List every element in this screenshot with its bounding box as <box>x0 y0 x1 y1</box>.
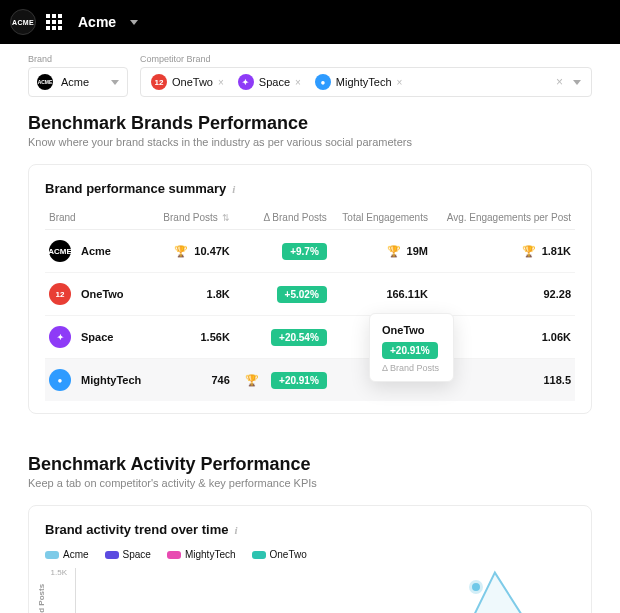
trophy-icon: 🏆 <box>387 245 401 257</box>
peak-marker-icon <box>469 580 483 594</box>
y-axis: 1.5K 1K 500 0 <box>45 568 71 613</box>
table-row[interactable]: ✦Space 1.56K +20.54% 1.66M 1.06K <box>45 316 575 359</box>
legend-item[interactable]: OneTwo <box>252 549 307 560</box>
col-brand[interactable]: Brand <box>45 206 153 230</box>
remove-icon[interactable]: × <box>295 77 301 88</box>
chevron-down-icon <box>130 20 138 25</box>
col-posts[interactable]: Brand Posts⇅ <box>153 206 233 230</box>
brand-summary-table: Brand Brand Posts⇅ Δ Brand Posts Total E… <box>45 206 575 401</box>
cell-avg: 92.28 <box>432 273 575 316</box>
remove-icon[interactable]: × <box>218 77 224 88</box>
competitor-chip-mightytech[interactable]: ● MightyTech × <box>311 72 406 92</box>
competitor-select-label: Competitor Brand <box>140 54 592 64</box>
trend-card: Brand activity trend over time i Acme Sp… <box>28 505 592 613</box>
brand-switcher[interactable]: Acme <box>78 14 138 30</box>
plot-area <box>75 568 571 613</box>
sort-icon: ⇅ <box>222 213 230 223</box>
chip-label: Space <box>259 76 290 88</box>
trend-chart[interactable]: Brand Posts 1.5K 1K 500 0 01 Jun 01 Jul … <box>45 568 575 613</box>
brand-name: MightyTech <box>81 374 141 386</box>
trophy-icon: 🏆 <box>245 374 259 387</box>
chip-label: MightyTech <box>336 76 392 88</box>
cell-posts: 746 <box>153 359 233 402</box>
hover-tooltip: OneTwo +20.91% Δ Brand Posts <box>369 313 454 382</box>
clear-all-icon[interactable]: × <box>556 75 563 89</box>
competitor-chip-space[interactable]: ✦ Space × <box>234 72 305 92</box>
brand-switcher-label: Acme <box>78 14 116 30</box>
chart-svg <box>76 568 571 613</box>
section-title-activity: Benchmark Activity Performance <box>28 454 592 475</box>
space-icon: ✦ <box>238 74 254 90</box>
tooltip-delta: +20.91% <box>382 342 438 359</box>
brand-selectors: Brand ACME Acme Competitor Brand 12 OneT… <box>28 44 592 97</box>
section-title-brands: Benchmark Brands Performance <box>28 113 592 134</box>
chevron-down-icon <box>111 80 119 85</box>
cell-posts: 1.56K <box>153 316 233 359</box>
delta-pill: +9.7% <box>282 243 327 260</box>
legend-item[interactable]: Acme <box>45 549 89 560</box>
brand-name: Acme <box>81 245 111 257</box>
legend-item[interactable]: MightyTech <box>167 549 236 560</box>
brand-name: Space <box>81 331 113 343</box>
card-title: Brand activity trend over time i <box>45 522 575 537</box>
tooltip-title: OneTwo <box>382 324 441 336</box>
competitor-select[interactable]: 12 OneTwo × ✦ Space × ● MightyTech × × <box>140 67 592 97</box>
chip-label: OneTwo <box>172 76 213 88</box>
brand-name: OneTwo <box>81 288 124 300</box>
info-icon[interactable]: i <box>232 183 235 195</box>
acme-icon: ACME <box>49 240 71 262</box>
brand-select-value: Acme <box>61 76 89 88</box>
trophy-icon: 🏆 <box>522 245 536 257</box>
topbar: ACME Acme <box>0 0 620 44</box>
onetwo-icon: 12 <box>49 283 71 305</box>
chart-legend: Acme Space MightyTech OneTwo <box>45 549 575 560</box>
onetwo-icon: 12 <box>151 74 167 90</box>
delta-pill: +5.02% <box>277 286 327 303</box>
tooltip-sub: Δ Brand Posts <box>382 363 441 373</box>
brand-select[interactable]: ACME Acme <box>28 67 128 97</box>
delta-pill: +20.91% <box>271 372 327 389</box>
trophy-icon: 🏆 <box>174 245 188 257</box>
space-icon: ✦ <box>49 326 71 348</box>
brand-select-label: Brand <box>28 54 128 64</box>
col-delta[interactable]: Δ Brand Posts <box>234 206 331 230</box>
mightytech-icon: ● <box>315 74 331 90</box>
cell-eng: 19M <box>407 245 428 257</box>
table-row[interactable]: 12OneTwo 1.8K +5.02% 166.11K 92.28 <box>45 273 575 316</box>
apps-icon[interactable] <box>46 14 62 30</box>
remove-icon[interactable]: × <box>397 77 403 88</box>
card-title: Brand performance summary i <box>45 181 575 196</box>
competitor-chip-onetwo[interactable]: 12 OneTwo × <box>147 72 228 92</box>
table-row[interactable]: ACMEAcme 🏆10.47K +9.7% 🏆19M 🏆1.81K <box>45 230 575 273</box>
cell-eng: 166.11K <box>331 273 432 316</box>
section-subtitle-brands: Know where your brand stacks in the indu… <box>28 136 592 148</box>
delta-pill: +20.54% <box>271 329 327 346</box>
section-subtitle-activity: Keep a tab on competitor's activity & ke… <box>28 477 592 489</box>
legend-item[interactable]: Space <box>105 549 151 560</box>
chevron-down-icon <box>573 80 581 85</box>
cell-avg: 1.81K <box>542 245 571 257</box>
cell-posts: 10.47K <box>194 245 229 257</box>
brand-mini-logo: ACME <box>37 74 53 90</box>
info-icon[interactable]: i <box>235 524 238 536</box>
col-engagements[interactable]: Total Engagements <box>331 206 432 230</box>
cell-posts: 1.8K <box>153 273 233 316</box>
mightytech-icon: ● <box>49 369 71 391</box>
brand-summary-card: Brand performance summary i Brand Brand … <box>28 164 592 414</box>
table-row[interactable]: ●MightyTech 746 🏆+20.91% 118.5 <box>45 359 575 402</box>
col-avg[interactable]: Avg. Engagements per Post <box>432 206 575 230</box>
brand-logo: ACME <box>10 9 36 35</box>
